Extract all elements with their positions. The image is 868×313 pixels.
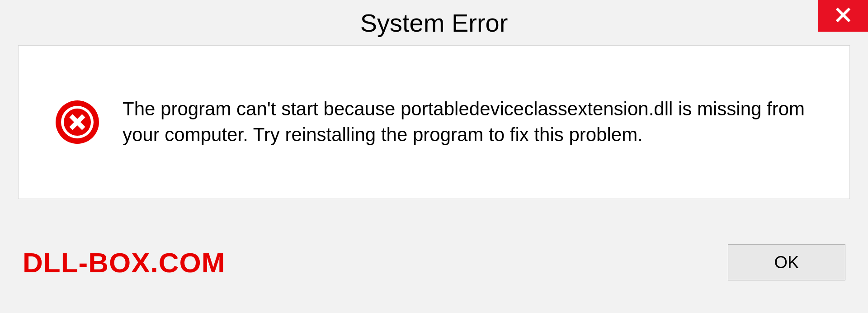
ok-button[interactable]: OK [728, 244, 845, 280]
title-bar: System Error [0, 0, 868, 45]
dialog-content: The program can't start because portable… [18, 45, 850, 199]
close-icon [835, 7, 851, 25]
dialog-title: System Error [360, 8, 508, 38]
ok-button-label: OK [774, 253, 799, 272]
close-button[interactable] [818, 0, 868, 32]
error-icon [55, 100, 100, 145]
watermark-text: DLL-BOX.COM [23, 247, 225, 279]
dialog-message: The program can't start because portable… [123, 96, 813, 147]
dialog-footer: DLL-BOX.COM OK [0, 199, 868, 312]
